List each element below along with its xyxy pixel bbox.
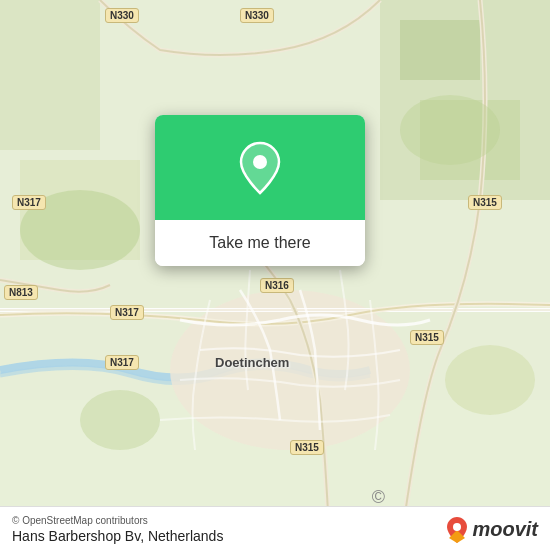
popup-card: Take me there — [155, 115, 365, 266]
road-label-n317-center: N317 — [110, 305, 144, 320]
moovit-pin-icon — [446, 516, 468, 544]
road-label-n330-left: N330 — [105, 8, 139, 23]
svg-rect-3 — [400, 20, 480, 80]
svg-point-13 — [253, 155, 267, 169]
road-label-n317-bottom: N317 — [105, 355, 139, 370]
city-label: Doetinchem — [215, 355, 289, 370]
map-container: N330 N330 N317 N317 N317 N316 N315 N315 … — [0, 0, 550, 550]
road-label-n315-top: N315 — [468, 195, 502, 210]
road-label-n813: N813 — [4, 285, 38, 300]
svg-point-12 — [445, 345, 535, 415]
svg-rect-5 — [0, 0, 100, 150]
bottom-left: © OpenStreetMap contributors Hans Barber… — [12, 515, 223, 544]
copyright-pin: © — [372, 487, 385, 508]
place-name: Hans Barbershop Bv, Netherlands — [12, 528, 223, 544]
bottom-bar: © OpenStreetMap contributors Hans Barber… — [0, 506, 550, 550]
road-label-n317-left: N317 — [12, 195, 46, 210]
svg-point-10 — [400, 95, 500, 165]
osm-credit: © OpenStreetMap contributors — [12, 515, 223, 526]
popup-green-area — [155, 115, 365, 220]
road-label-n315-mid: N315 — [410, 330, 444, 345]
location-pin-icon — [238, 141, 282, 195]
svg-point-14 — [453, 523, 461, 531]
moovit-text: moovit — [472, 518, 538, 541]
road-label-n330-right: N330 — [240, 8, 274, 23]
road-label-n315-bottom: N315 — [290, 440, 324, 455]
svg-point-11 — [80, 390, 160, 450]
map-svg — [0, 0, 550, 550]
moovit-logo: moovit — [446, 516, 538, 544]
road-label-n316: N316 — [260, 278, 294, 293]
take-me-there-button[interactable]: Take me there — [155, 220, 365, 266]
